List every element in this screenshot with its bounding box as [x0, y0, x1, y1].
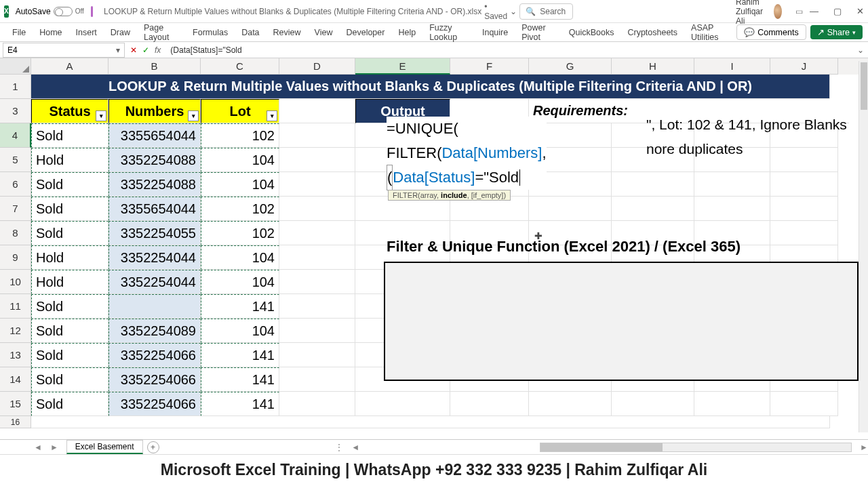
- tab-cryptosheets[interactable]: Cryptosheets: [620, 24, 684, 41]
- cell[interactable]: [770, 221, 838, 245]
- search-input[interactable]: 🔍 Search: [519, 3, 573, 20]
- filter-icon[interactable]: ▾: [188, 110, 199, 121]
- tab-data[interactable]: Data: [235, 24, 266, 41]
- tab-quickbooks[interactable]: QuickBooks: [562, 24, 621, 41]
- cell[interactable]: [279, 172, 355, 197]
- cell[interactable]: [612, 197, 694, 221]
- tab-page-layout[interactable]: Page Layout: [137, 19, 186, 46]
- cell[interactable]: [279, 123, 355, 148]
- cell[interactable]: [279, 270, 355, 294]
- row-header[interactable]: 9: [0, 245, 31, 270]
- cell-numbers[interactable]: 3355654044: [108, 123, 201, 148]
- sheet-tab-active[interactable]: Excel Basement: [66, 440, 143, 454]
- col-header-b[interactable]: B: [108, 58, 201, 75]
- cell-status[interactable]: Sold: [31, 343, 108, 367]
- col-header-f[interactable]: F: [450, 58, 529, 75]
- minimize-icon[interactable]: —: [810, 6, 818, 16]
- cell-numbers[interactable]: 3352254055: [108, 221, 201, 245]
- add-sheet-button[interactable]: +: [147, 441, 159, 453]
- cell-numbers[interactable]: 3352254088: [108, 172, 201, 197]
- spreadsheet-grid[interactable]: A B C D E F G H I J 1 LOOKUP & Return Mu…: [0, 58, 868, 439]
- cell-status[interactable]: Hold: [31, 148, 108, 172]
- select-all-corner[interactable]: [0, 58, 31, 75]
- cell[interactable]: [612, 172, 694, 197]
- sheet-nav-prev-icon[interactable]: ◄: [34, 443, 42, 452]
- cell[interactable]: [279, 197, 355, 221]
- toggle-icon[interactable]: [54, 7, 73, 16]
- cell-status[interactable]: Sold: [31, 123, 108, 148]
- row-header[interactable]: 10: [0, 270, 31, 294]
- cell[interactable]: [279, 221, 355, 245]
- comments-button[interactable]: 💬 Comments: [736, 24, 806, 40]
- tab-fuzzy-lookup[interactable]: Fuzzy Lookup: [422, 19, 475, 46]
- cell[interactable]: [279, 343, 355, 367]
- cell-status[interactable]: Sold: [31, 221, 108, 245]
- cell[interactable]: [770, 392, 838, 416]
- tab-options-icon[interactable]: ⋮: [335, 443, 343, 452]
- scroll-left-icon[interactable]: ◄: [351, 443, 359, 452]
- scroll-right-icon[interactable]: ►: [860, 443, 868, 452]
- cell[interactable]: [770, 148, 838, 172]
- cell-status[interactable]: Sold: [31, 294, 108, 319]
- vertical-scrollbar[interactable]: [859, 61, 868, 432]
- cell-status[interactable]: Hold: [31, 245, 108, 270]
- tab-view[interactable]: View: [308, 24, 340, 41]
- tab-power-pivot[interactable]: Power Pivot: [515, 19, 562, 46]
- title-cell[interactable]: LOOKUP & Return Multiple Values without …: [31, 75, 830, 99]
- share-button[interactable]: ↗ Share ▾: [810, 25, 863, 39]
- row-header[interactable]: 1: [0, 75, 31, 99]
- cell[interactable]: [529, 392, 612, 416]
- expand-formula-icon[interactable]: ⌄: [857, 45, 864, 55]
- cell-lot[interactable]: 102: [201, 197, 279, 221]
- cell[interactable]: [279, 99, 355, 123]
- cell[interactable]: [612, 392, 694, 416]
- row-header[interactable]: 8: [0, 221, 31, 245]
- cell[interactable]: [529, 197, 612, 221]
- cell[interactable]: [694, 197, 770, 221]
- cell-numbers[interactable]: 3352254044: [108, 270, 201, 294]
- tab-draw[interactable]: Draw: [104, 24, 137, 41]
- cell-lot[interactable]: 141: [201, 343, 279, 367]
- tab-developer[interactable]: Developer: [339, 24, 391, 41]
- horizontal-scrollbar[interactable]: [540, 443, 852, 452]
- fx-icon[interactable]: fx: [155, 45, 161, 55]
- tab-home[interactable]: Home: [33, 24, 68, 41]
- tab-help[interactable]: Help: [391, 24, 422, 41]
- close-icon[interactable]: ✕: [856, 6, 864, 16]
- header-lot[interactable]: Lot▾: [201, 99, 279, 123]
- tab-inquire[interactable]: Inquire: [475, 24, 515, 41]
- col-header-e[interactable]: E: [355, 58, 450, 75]
- cell-lot[interactable]: 141: [201, 294, 279, 319]
- user-account[interactable]: Rahim Zulfiqar Ali: [736, 0, 782, 26]
- tab-review[interactable]: Review: [267, 24, 308, 41]
- scrollbar-thumb[interactable]: [540, 443, 663, 451]
- col-header-a[interactable]: A: [31, 58, 108, 75]
- col-header-h[interactable]: H: [612, 58, 694, 75]
- cell-lot[interactable]: 141: [201, 367, 279, 392]
- enter-icon[interactable]: ✓: [142, 45, 149, 55]
- cell-numbers[interactable]: 3352254088: [108, 148, 201, 172]
- cell-numbers[interactable]: 3352254089: [108, 319, 201, 343]
- name-box[interactable]: E4 ▾: [3, 43, 125, 58]
- cell[interactable]: [279, 294, 355, 319]
- cell-status[interactable]: Sold: [31, 197, 108, 221]
- save-icon[interactable]: [91, 6, 93, 17]
- cell-status[interactable]: Sold: [31, 367, 108, 392]
- cell[interactable]: [279, 319, 355, 343]
- cell-numbers[interactable]: 3352254066: [108, 343, 201, 367]
- row-header[interactable]: 12: [0, 319, 31, 343]
- cell-status[interactable]: Sold: [31, 172, 108, 197]
- filter-icon[interactable]: ▾: [267, 110, 277, 121]
- row-header[interactable]: 16: [0, 416, 31, 428]
- maximize-icon[interactable]: ▢: [833, 6, 842, 16]
- function-tooltip[interactable]: FILTER(array, include, [if_empty]): [388, 190, 511, 201]
- col-header-j[interactable]: J: [770, 58, 838, 75]
- cell-status[interactable]: Hold: [31, 270, 108, 294]
- cell-numbers[interactable]: 3352254066: [108, 367, 201, 392]
- header-status[interactable]: Status▾: [31, 99, 108, 123]
- filter-icon[interactable]: ▾: [96, 110, 106, 121]
- cell[interactable]: [355, 392, 450, 416]
- header-numbers[interactable]: Numbers▾: [108, 99, 201, 123]
- scrollbar-thumb[interactable]: [861, 62, 867, 110]
- cell[interactable]: [279, 148, 355, 172]
